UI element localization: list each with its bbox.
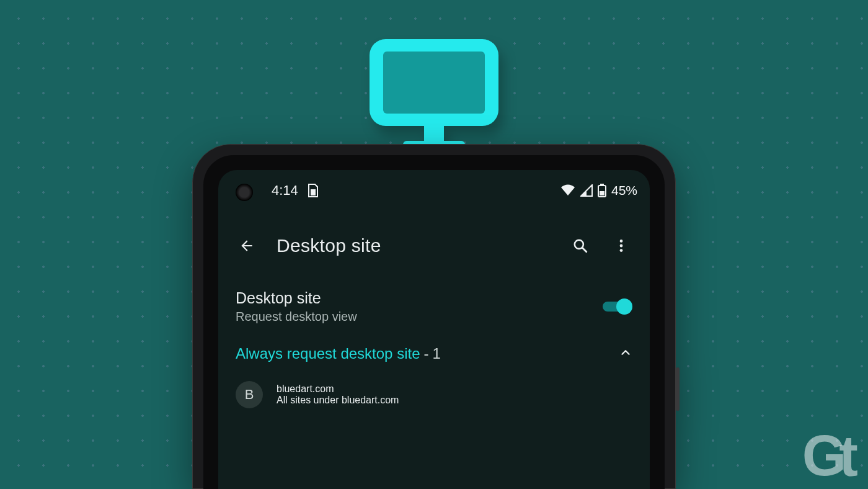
section-count: 1 — [432, 345, 440, 362]
search-button[interactable] — [569, 235, 591, 257]
svg-rect-3 — [600, 191, 604, 195]
desktop-site-toggle[interactable] — [603, 298, 632, 315]
desktop-site-toggle-row[interactable]: Desktop site Request desktop view — [218, 280, 650, 333]
svg-rect-0 — [311, 189, 316, 195]
favicon-letter: B — [245, 387, 254, 403]
svg-point-6 — [620, 240, 623, 243]
search-icon — [572, 238, 588, 254]
setting-subtitle: Request desktop view — [236, 310, 591, 324]
gt-watermark-logo: Gt — [802, 433, 851, 479]
arrow-left-icon — [239, 238, 255, 254]
punch-hole-camera — [236, 184, 253, 201]
always-request-section-header[interactable]: Always request desktop site - 1 — [218, 333, 650, 372]
more-button[interactable] — [610, 235, 632, 257]
svg-line-5 — [582, 248, 587, 252]
phone-frame: 4:14 45% — [192, 144, 676, 489]
phone-side-button — [676, 367, 680, 411]
site-subtitle: All sites under bluedart.com — [277, 395, 399, 406]
section-label: Always request desktop site — [236, 345, 420, 362]
back-button[interactable] — [236, 235, 258, 257]
battery-percent: 45% — [611, 183, 637, 198]
site-favicon-badge: B — [236, 381, 263, 408]
wifi-icon — [560, 184, 575, 197]
status-bar: 4:14 45% — [272, 181, 637, 200]
site-domain: bluedart.com — [277, 384, 399, 395]
more-vert-icon — [613, 238, 629, 254]
app-bar: Desktop site — [218, 227, 650, 264]
status-time: 4:14 — [272, 182, 298, 199]
site-list-item[interactable]: B bluedart.com All sites under bluedart.… — [218, 372, 650, 417]
monitor-icon — [370, 39, 498, 156]
section-count-sep: - — [423, 345, 428, 362]
cell-signal-icon — [580, 184, 593, 197]
sim-card-icon — [307, 183, 319, 198]
svg-point-8 — [620, 249, 623, 252]
svg-rect-2 — [600, 184, 604, 186]
battery-icon — [598, 184, 606, 197]
svg-point-7 — [620, 244, 623, 248]
setting-title: Desktop site — [236, 289, 591, 307]
chevron-up-icon — [619, 346, 632, 362]
page-title: Desktop site — [277, 235, 551, 256]
phone-screen: 4:14 45% — [218, 170, 650, 489]
